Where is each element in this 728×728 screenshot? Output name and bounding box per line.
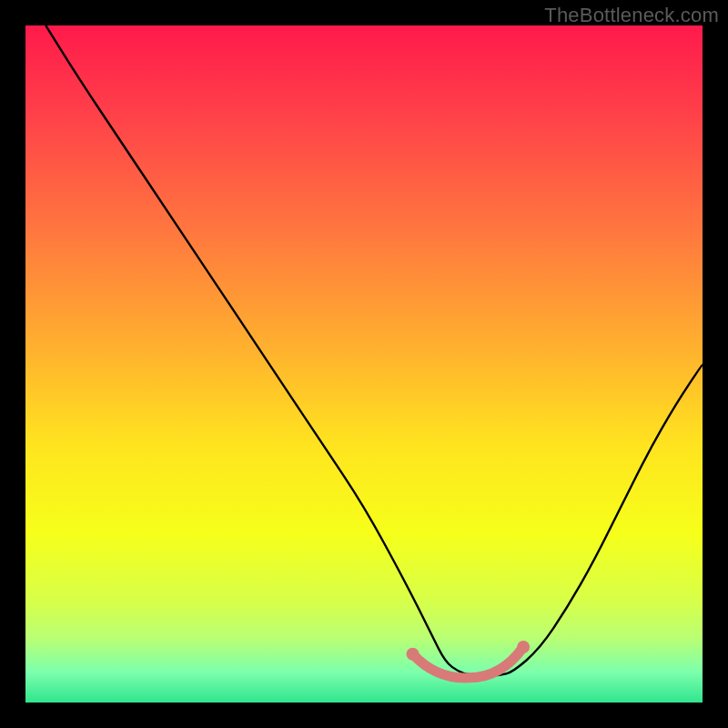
outer-frame: TheBottleneck.com [0,0,728,728]
accent-dot-right [517,641,530,653]
bottleneck-curve [25,25,703,703]
watermark-text: TheBottleneck.com [544,4,719,27]
accent-dot-left [407,648,420,661]
curve-path [46,25,703,675]
plot-area [25,25,703,703]
